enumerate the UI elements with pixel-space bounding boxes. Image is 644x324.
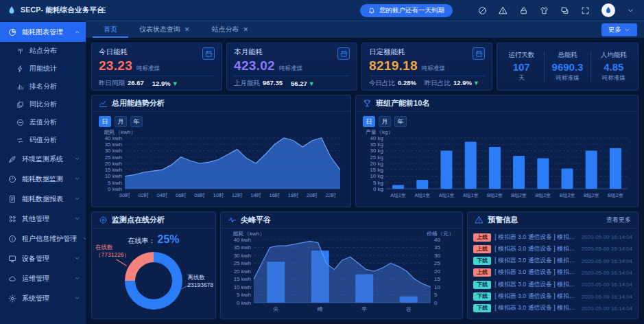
card-unit: 吨标准煤 <box>136 65 160 73</box>
footer-metric: 昨日占比12.9%▼ <box>425 79 479 88</box>
svg-text:谷: 谷 <box>406 306 412 312</box>
period-button-年[interactable]: 年 <box>130 116 143 127</box>
sidebar-subitem-0-5[interactable]: 码值分析 <box>0 131 86 149</box>
card-title: 今日能耗 <box>99 47 128 57</box>
svg-text:价格（元）: 价格（元） <box>426 231 454 237</box>
sidebar-subitem-label: 码值分析 <box>29 135 57 145</box>
header-actions: 您的账户还有一天到期 <box>360 3 634 17</box>
alert-message: [ 模拟器 3.0 通信设备 ] 模拟器 3.0... <box>494 257 577 265</box>
sidebar-item-label: 系统管理 <box>22 294 49 303</box>
stat-cards: 今日能耗23.23吨标准煤昨日同期26.6712.9%▼本月能耗423.02吨标… <box>91 43 492 91</box>
kpi-row: 今日能耗23.23吨标准煤昨日同期26.6712.9%▼本月能耗423.02吨标… <box>91 43 639 91</box>
status-badge: 上线 <box>473 233 491 242</box>
sidebar-item-1[interactable]: 环境监测系统 <box>0 149 86 169</box>
tab-bar: 首页仪表状态查询✕站点分布✕ 更多 <box>86 21 644 38</box>
sidebar-subitem-label: 排名分析 <box>29 82 57 91</box>
alert-message: [ 模拟器 3.0 通信设备 ] 模拟器 3.0... <box>494 268 577 277</box>
sidebar-item-4[interactable]: 其他管理 <box>0 209 86 229</box>
card-footer: 昨日同期26.6712.9%▼ <box>99 76 215 88</box>
sidebar-subitem-0-0[interactable]: 站点分布 <box>0 42 86 60</box>
sidebar-subitem-0-3[interactable]: 同比分析 <box>0 95 86 113</box>
fullscreen-icon[interactable] <box>581 6 590 15</box>
svg-text:能耗（kwh）: 能耗（kwh） <box>233 231 265 237</box>
sidebar-item-6[interactable]: 设备管理 <box>0 248 86 268</box>
alert-timestamp: 2020-05-09 16:14:04 <box>582 281 632 288</box>
svg-text:5 kg: 5 kg <box>373 180 383 186</box>
online-count-label: 在线数 （7731226） <box>95 244 130 259</box>
slash-circle-icon[interactable] <box>478 6 487 15</box>
svg-text:A组1室: A组1室 <box>415 193 431 198</box>
arrow-down-icon: ▼ <box>473 80 479 86</box>
tshirt-icon[interactable] <box>540 6 549 15</box>
tab-close-icon[interactable]: ✕ <box>184 26 190 33</box>
tab-1[interactable]: 仪表状态查询✕ <box>128 21 201 38</box>
period-button-月[interactable]: 月 <box>115 116 127 127</box>
panel-title: 班组产能前10名 <box>376 98 429 108</box>
panel-header: 总用能趋势分析 <box>92 95 350 112</box>
sidebar-item-5[interactable]: 租户信息维护管理 <box>0 229 86 248</box>
windows-icon[interactable] <box>560 6 569 15</box>
logo-flame-icon <box>7 5 16 15</box>
svg-text:20时: 20时 <box>307 192 318 198</box>
account-expiry-notice[interactable]: 您的账户还有一天到期 <box>360 4 453 17</box>
warning-triangle-icon <box>475 216 484 224</box>
menu-collapse-icon[interactable] <box>97 5 107 15</box>
card-title: 日定额能耗 <box>369 47 405 57</box>
tab-0[interactable]: 首页 <box>93 21 128 38</box>
lock-icon[interactable] <box>519 6 528 15</box>
sidebar-item-3[interactable]: 能耗数据报表 <box>0 189 86 209</box>
period-button-年[interactable]: 年 <box>394 116 407 127</box>
alert-row-0[interactable]: 上线[ 模拟器 3.0 通信设备 ] 模拟器 3.0...2020-05-09 … <box>473 231 632 243</box>
tab-close-icon[interactable]: ✕ <box>243 26 249 33</box>
tab-2[interactable]: 站点分布✕ <box>201 21 260 38</box>
chevron-up-icon <box>74 29 80 35</box>
view-more-link[interactable]: 查看更多 <box>606 216 631 224</box>
sidebar-item-8[interactable]: 系统管理 <box>0 288 86 308</box>
sidebar-item-7[interactable]: 运维管理 <box>0 268 86 288</box>
svg-text:15 kg: 15 kg <box>370 167 383 173</box>
sidebar-item-2[interactable]: 能耗数据监测 <box>0 169 86 189</box>
svg-text:B组2室: B组2室 <box>511 193 527 198</box>
user-avatar[interactable] <box>601 3 615 17</box>
tab-label: 仪表状态查询 <box>139 25 180 34</box>
alert-row-2[interactable]: 下线[ 模拟器 3.0 通信设备 ] 模拟器 3.0...2020-05-09 … <box>473 255 632 267</box>
chevron-down-icon <box>74 255 80 262</box>
alert-row-1[interactable]: 上线[ 模拟器 3.0 通信设备 ] 模拟器 3.0...2020-05-09 … <box>473 243 632 255</box>
alert-message: [ 模拟器 3.0 通信设备 ] 模拟器 3.0... <box>494 245 577 253</box>
report-icon <box>8 195 16 203</box>
dashboard-content: 今日能耗23.23吨标准煤昨日同期26.6712.9%▼本月能耗423.02吨标… <box>86 38 644 324</box>
card-unit: 吨标准煤 <box>422 65 445 73</box>
svg-text:25 kwh: 25 kwh <box>234 260 251 266</box>
svg-text:B组2室: B组2室 <box>560 193 575 198</box>
sidebar-item-0[interactable]: 能耗图表管理 <box>0 22 86 42</box>
alert-row-6[interactable]: 下线[ 模拟器 3.0 通信设备 ] 模拟器 3.0...2020-05-09 … <box>473 303 632 314</box>
panel-title: 总用能趋势分析 <box>112 98 165 108</box>
user-menu-chevron-icon[interactable] <box>627 7 634 14</box>
sidebar-subitem-0-4[interactable]: 差值分析 <box>0 113 86 131</box>
svg-text:25 kwh: 25 kwh <box>105 154 122 161</box>
svg-text:B组2室: B组2室 <box>487 193 503 198</box>
svg-text:峰: 峰 <box>318 306 323 312</box>
leaf-icon <box>8 155 16 163</box>
alert-row-3[interactable]: 上线[ 模拟器 3.0 通信设备 ] 模拟器 3.0...2020-05-09 … <box>473 267 632 279</box>
period-button-月[interactable]: 月 <box>379 116 391 127</box>
header-icon-group <box>478 6 590 15</box>
svg-text:04时: 04时 <box>157 192 168 198</box>
more-tabs-button[interactable]: 更多 <box>601 23 637 36</box>
alert-row-4[interactable]: 下线[ 模拟器 3.0 通信设备 ] 模拟器 3.0...2020-05-09 … <box>473 279 632 290</box>
summary-panel: 运行天数107天总能耗9690.3吨标准煤人均能耗4.85吨标准煤 <box>497 43 639 91</box>
svg-text:B组2室: B组2室 <box>536 193 551 198</box>
sidebar-subitem-0-1[interactable]: 用能统计 <box>0 60 86 78</box>
logo: SECP- 能耗综合业务平台 <box>7 5 88 15</box>
period-button-日[interactable]: 日 <box>99 116 111 127</box>
sidebar: 能耗图表管理站点分布用能统计排名分析同比分析差值分析码值分析环境监测系统能耗数据… <box>0 21 86 324</box>
warning-triangle-icon[interactable] <box>499 6 508 15</box>
status-badge: 下线 <box>473 292 491 301</box>
offline-count-label: 离线数 23193678 <box>187 274 213 290</box>
alert-message: [ 模拟器 3.0 通信设备 ] 模拟器 3.0... <box>494 233 577 242</box>
sidebar-subitem-0-2[interactable]: 排名分析 <box>0 78 86 95</box>
alert-row-5[interactable]: 下线[ 模拟器 3.0 通信设备 ] 模拟器 3.0...2020-05-09 … <box>473 290 632 302</box>
online-rate-value: 25% <box>158 233 180 246</box>
period-button-日[interactable]: 日 <box>363 116 375 127</box>
svg-text:00时: 00时 <box>119 192 130 198</box>
